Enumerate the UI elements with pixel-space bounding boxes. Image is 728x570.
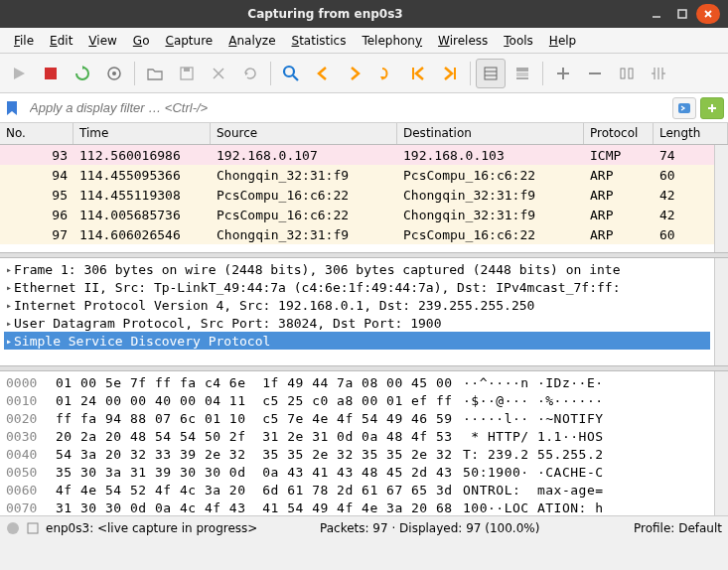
close-file-button[interactable] [204,59,233,88]
column-header-length[interactable]: Length [654,123,728,144]
toolbar-separator [542,62,543,85]
goto-packet-button[interactable] [371,59,401,88]
zoom-in-button[interactable] [548,59,578,88]
hex-scrollbar[interactable] [714,371,728,515]
packet-row[interactable]: 97114.606026546Chongqin_32:31:f9PcsCompu… [0,224,714,244]
reload-button[interactable] [235,59,265,88]
svg-line-15 [293,75,298,80]
maximize-button[interactable] [670,4,694,24]
zoom-out-button[interactable] [580,59,610,88]
menu-statistics[interactable]: Statistics [284,31,355,51]
details-scrollbar[interactable] [714,258,728,365]
hex-row[interactable]: 001001 24 00 00 40 00 04 11 c5 25 c0 a8 … [6,393,708,411]
filter-add-button[interactable] [700,97,724,119]
hex-row[interactable]: 00604f 4e 54 52 4f 4c 3a 20 6d 61 78 2d … [6,483,708,500]
capture-options-button[interactable] [99,59,129,88]
hex-row[interactable]: 0020ff fa 94 88 07 6c 01 10 c5 7e 4e 4f … [6,411,708,429]
toolbar-separator [470,62,471,85]
resize-columns-button[interactable] [644,59,673,88]
column-header-no[interactable]: No. [0,123,73,144]
menu-telephony[interactable]: Telephony [354,31,430,51]
detail-line[interactable]: ▸User Datagram Protocol, Src Port: 38024… [4,314,710,332]
find-packet-button[interactable] [276,59,306,88]
capture-file-icon[interactable] [26,521,40,535]
column-header-destination[interactable]: Destination [397,123,584,144]
svg-marker-13 [245,71,248,75]
last-packet-button[interactable] [435,59,465,88]
expert-info-icon[interactable] [6,521,20,535]
statusbar: enp0s3: <live capture in progress> Packe… [0,515,728,539]
prev-packet-button[interactable] [308,59,338,88]
main-toolbar [0,54,728,93]
window-titlebar: Capturing from enp0s3 [0,0,728,28]
hex-row[interactable]: 005035 30 3a 31 39 30 30 0d 0a 43 41 43 … [6,465,708,483]
menu-analyze[interactable]: Analyze [220,31,283,51]
next-packet-button[interactable] [340,59,369,88]
close-button[interactable] [696,4,720,24]
status-packets: Packets: 97 · Displayed: 97 (100.0%) [320,521,634,535]
svg-rect-5 [45,68,57,79]
menu-view[interactable]: View [80,31,124,51]
hex-row[interactable]: 000001 00 5e 7f ff fa c4 6e 1f 49 44 7a … [6,375,708,393]
menu-tools[interactable]: Tools [496,31,541,51]
menu-help[interactable]: Help [541,31,584,51]
first-packet-button[interactable] [403,59,433,88]
auto-scroll-button[interactable] [476,59,506,88]
save-file-button[interactable] [172,59,202,88]
menu-wireless[interactable]: Wireless [430,31,496,51]
svg-marker-4 [14,68,25,79]
detail-line[interactable]: ▸Frame 1: 306 bytes on wire (2448 bits),… [4,260,710,278]
packet-list-pane: No. Time Source Destination Protocol Len… [0,123,728,252]
hex-row[interactable]: 003020 2a 20 48 54 54 50 2f 31 2e 31 0d … [6,429,708,447]
packet-details-pane[interactable]: ▸Frame 1: 306 bytes on wire (2448 bits),… [0,258,714,365]
hex-row[interactable]: 004054 3a 20 32 33 39 2e 32 35 35 2e 32 … [6,447,708,465]
packet-row[interactable]: 96114.005685736PcsCompu_16:c6:22Chongqin… [0,205,714,224]
display-filter-input[interactable] [24,96,668,119]
open-file-button[interactable] [140,59,170,88]
column-header-time[interactable]: Time [73,123,211,144]
toolbar-separator [134,62,135,85]
filter-bookmark-icon[interactable] [4,100,20,116]
menubar: File Edit View Go Capture Analyze Statis… [0,28,728,54]
svg-rect-27 [589,72,601,74]
menu-capture[interactable]: Capture [157,31,220,51]
menu-edit[interactable]: Edit [42,31,80,51]
status-interface: enp0s3: <live capture in progress> [46,521,257,535]
svg-rect-23 [516,72,528,76]
filter-expression-button[interactable] [672,97,696,119]
svg-rect-26 [562,68,564,79]
start-capture-button[interactable] [4,59,34,88]
svg-rect-10 [184,68,190,71]
column-header-protocol[interactable]: Protocol [584,123,654,144]
zoom-reset-button[interactable] [612,59,642,88]
window-title: Capturing from enp0s3 [8,7,643,21]
packet-row[interactable]: 94114.455095366Chongqin_32:31:f9PcsCompu… [0,165,714,185]
svg-rect-28 [621,69,625,78]
packet-list-body[interactable]: 93112.560016986192.168.0.107192.168.0.10… [0,145,714,252]
status-profile[interactable]: Profile: Default [634,521,722,535]
packet-list-scrollbar[interactable] [714,145,728,252]
detail-line[interactable]: ▸Ethernet II, Src: Tp-LinkT_49:44:7a (c4… [4,278,710,296]
detail-line[interactable]: ▸Simple Service Discovery Protocol [4,332,710,350]
svg-point-36 [7,522,19,534]
packet-row[interactable]: 95114.455119308PcsCompu_16:c6:22Chongqin… [0,185,714,205]
minimize-button[interactable] [645,4,668,24]
colorize-button[interactable] [508,59,537,88]
detail-line[interactable]: ▸Internet Protocol Version 4, Src: 192.1… [4,296,710,314]
svg-rect-19 [485,68,497,79]
packet-bytes-pane[interactable]: 000001 00 5e 7f ff fa c4 6e 1f 49 44 7a … [0,371,714,515]
svg-rect-24 [516,77,528,79]
column-header-source[interactable]: Source [211,123,397,144]
svg-rect-37 [28,523,38,533]
hex-row[interactable]: 007031 30 30 0d 0a 4c 4f 43 41 54 49 4f … [6,500,708,515]
svg-point-8 [112,71,116,75]
toolbar-separator [270,62,271,85]
restart-capture-button[interactable] [68,59,97,88]
stop-capture-button[interactable] [36,59,66,88]
menu-file[interactable]: File [6,31,42,51]
packet-row[interactable]: 93112.560016986192.168.0.107192.168.0.10… [0,145,714,165]
menu-go[interactable]: Go [125,31,158,51]
packet-list-header: No. Time Source Destination Protocol Len… [0,123,728,145]
display-filter-bar [0,93,728,123]
svg-rect-22 [516,68,528,71]
